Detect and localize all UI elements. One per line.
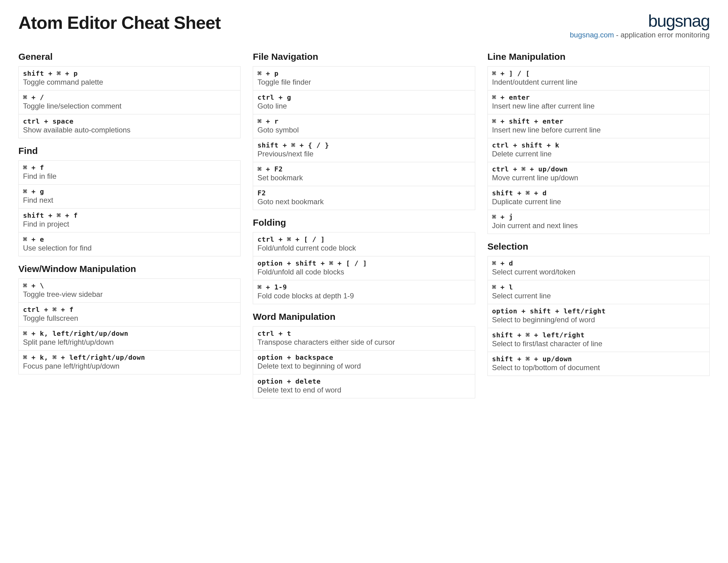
shortcut-group: ctrl + ⌘ + [ / ]Fold/unfold current code… [253, 232, 475, 304]
shortcut-row: ctrl + gGoto line [253, 90, 475, 114]
shortcut-row: ⌘ + jJoin current and next lines [488, 210, 709, 234]
shortcut-keys: ⌘ + F2 [257, 165, 470, 173]
header: Atom Editor Cheat Sheet bugsnag bugsnag.… [18, 12, 710, 39]
shortcut-keys: ctrl + ⌘ + f [23, 306, 236, 314]
shortcut-keys: ⌘ + g [23, 188, 236, 195]
shortcut-row: ctrl + ⌘ + up/downMove current line up/d… [488, 162, 709, 186]
shortcut-row: option + backspaceDelete text to beginni… [253, 351, 475, 375]
brand-tagline: bugsnag.com - application error monitori… [570, 31, 710, 39]
shortcut-keys: shift + ⌘ + left/right [492, 331, 705, 339]
shortcut-keys: shift + ⌘ + up/down [492, 355, 705, 363]
shortcut-desc: Toggle command palette [23, 78, 236, 86]
shortcut-desc: Use selection for find [23, 244, 236, 252]
column: Line Manipulation⌘ + ] / [Indent/outdent… [487, 51, 710, 398]
shortcut-row: ⌘ + enterInsert new line after current l… [488, 90, 709, 114]
shortcut-keys: ctrl + ⌘ + up/down [492, 165, 705, 173]
shortcut-desc: Goto line [257, 102, 470, 110]
column: File Navigation⌘ + pToggle file finderct… [253, 51, 475, 398]
shortcut-row: shift + ⌘ + dDuplicate current line [488, 186, 709, 210]
shortcut-keys: shift + ⌘ + { / } [257, 141, 470, 149]
shortcut-keys: ⌘ + shift + enter [492, 117, 705, 125]
shortcut-desc: Delete current line [492, 150, 705, 158]
section-title: General [18, 51, 241, 62]
shortcut-desc: Toggle file finder [257, 78, 470, 86]
shortcut-keys: option + backspace [257, 354, 470, 361]
shortcut-row: ctrl + spaceShow available auto-completi… [19, 114, 240, 138]
shortcut-desc: Move current line up/down [492, 173, 705, 182]
shortcut-row: ctrl + ⌘ + fToggle fullscreen [19, 303, 240, 327]
shortcut-desc: Goto symbol [257, 126, 470, 134]
shortcut-keys: ⌘ + d [492, 259, 705, 267]
shortcut-keys: ctrl + space [23, 117, 236, 125]
section-title: Selection [487, 241, 710, 252]
shortcut-row: ⌘ + 1-9Fold code blocks at depth 1-9 [253, 280, 475, 304]
shortcut-keys: ⌘ + k, ⌘ + left/right/up/down [23, 354, 236, 361]
shortcut-row: shift + ⌘ + fFind in project [19, 208, 240, 232]
shortcut-row: ⌘ + k, ⌘ + left/right/up/downFocus pane … [19, 351, 240, 374]
shortcut-keys: F2 [257, 189, 470, 197]
shortcut-row: shift + ⌘ + up/downSelect to top/bottom … [488, 352, 709, 376]
shortcut-keys: ctrl + g [257, 93, 470, 101]
shortcut-keys: shift + ⌘ + d [492, 189, 705, 197]
shortcut-desc: Insert new line before current line [492, 126, 705, 134]
shortcut-desc: Delete text to end of word [257, 386, 470, 394]
shortcut-group: ⌘ + ] / [Indent/outdent current line⌘ + … [487, 66, 710, 234]
shortcut-desc: Previous/next file [257, 150, 470, 158]
shortcut-desc: Find in project [23, 220, 236, 228]
shortcut-row: option + shift + ⌘ + [ / ]Fold/unfold al… [253, 256, 475, 280]
shortcut-row: ⌘ + lSelect current line [488, 280, 709, 304]
shortcut-group: ⌘ + fFind in file⌘ + gFind nextshift + ⌘… [18, 160, 241, 256]
shortcut-row: ⌘ + \Toggle tree-view sidebar [19, 279, 240, 303]
shortcut-group: shift + ⌘ + pToggle command palette⌘ + /… [18, 66, 241, 138]
shortcut-row: option + shift + left/rightSelect to beg… [488, 304, 709, 328]
section-title: Word Manipulation [253, 312, 475, 322]
shortcut-keys: option + delete [257, 378, 470, 385]
shortcut-desc: Transpose characters either side of curs… [257, 338, 470, 347]
shortcut-desc: Insert new line after current line [492, 102, 705, 110]
shortcut-desc: Fold/unfold all code blocks [257, 268, 470, 276]
shortcut-row: shift + ⌘ + left/rightSelect to first/la… [488, 328, 709, 352]
section-title: Find [18, 146, 241, 156]
shortcut-keys: ⌘ + ] / [ [492, 70, 705, 77]
shortcut-desc: Split pane left/right/up/down [23, 338, 236, 347]
shortcut-keys: option + shift + left/right [492, 307, 705, 315]
shortcut-keys: ⌘ + l [492, 284, 705, 291]
shortcut-desc: Focus pane left/right/up/down [23, 362, 236, 371]
shortcut-keys: ⌘ + e [23, 235, 236, 243]
shortcut-row: shift + ⌘ + pToggle command palette [19, 67, 240, 90]
shortcut-desc: Find in file [23, 172, 236, 181]
shortcut-desc: Indent/outdent current line [492, 78, 705, 86]
shortcut-group: ⌘ + pToggle file finderctrl + gGoto line… [253, 66, 475, 210]
shortcut-row: ctrl + tTranspose characters either side… [253, 327, 475, 351]
shortcut-keys: option + shift + ⌘ + [ / ] [257, 259, 470, 267]
shortcut-keys: ⌘ + / [23, 93, 236, 101]
column: Generalshift + ⌘ + pToggle command palet… [18, 51, 241, 398]
shortcut-keys: ⌘ + f [23, 164, 236, 171]
shortcut-row: ⌘ + rGoto symbol [253, 114, 475, 138]
shortcut-group: ⌘ + dSelect current word/token⌘ + lSelec… [487, 256, 710, 376]
brand-link[interactable]: bugsnag.com [570, 31, 614, 39]
shortcut-desc: Select current word/token [492, 268, 705, 276]
page-title: Atom Editor Cheat Sheet [18, 12, 221, 33]
shortcut-row: ⌘ + F2Set bookmark [253, 162, 475, 186]
shortcut-group: ⌘ + \Toggle tree-view sidebarctrl + ⌘ + … [18, 278, 241, 375]
shortcut-keys: shift + ⌘ + f [23, 211, 236, 219]
shortcut-row: ctrl + shift + kDelete current line [488, 138, 709, 162]
shortcut-row: ⌘ + /Toggle line/selection comment [19, 90, 240, 114]
section-title: File Navigation [253, 51, 475, 62]
brand-logo: bugsnag [570, 12, 710, 29]
shortcut-row: option + deleteDelete text to end of wor… [253, 375, 475, 398]
shortcut-desc: Fold/unfold current code block [257, 244, 470, 252]
shortcut-keys: ⌘ + r [257, 117, 470, 125]
shortcut-desc: Fold code blocks at depth 1-9 [257, 292, 470, 300]
shortcut-group: ctrl + tTranspose characters either side… [253, 326, 475, 398]
section-title: Folding [253, 217, 475, 228]
shortcut-desc: Find next [23, 196, 236, 204]
shortcut-row: ⌘ + fFind in file [19, 161, 240, 184]
section-title: View/Window Manipulation [18, 264, 241, 274]
shortcut-keys: ctrl + t [257, 330, 470, 337]
shortcut-keys: ⌘ + 1-9 [257, 284, 470, 291]
shortcut-desc: Toggle fullscreen [23, 314, 236, 323]
shortcut-row: ⌘ + pToggle file finder [253, 67, 475, 90]
shortcut-keys: ⌘ + p [257, 70, 470, 77]
